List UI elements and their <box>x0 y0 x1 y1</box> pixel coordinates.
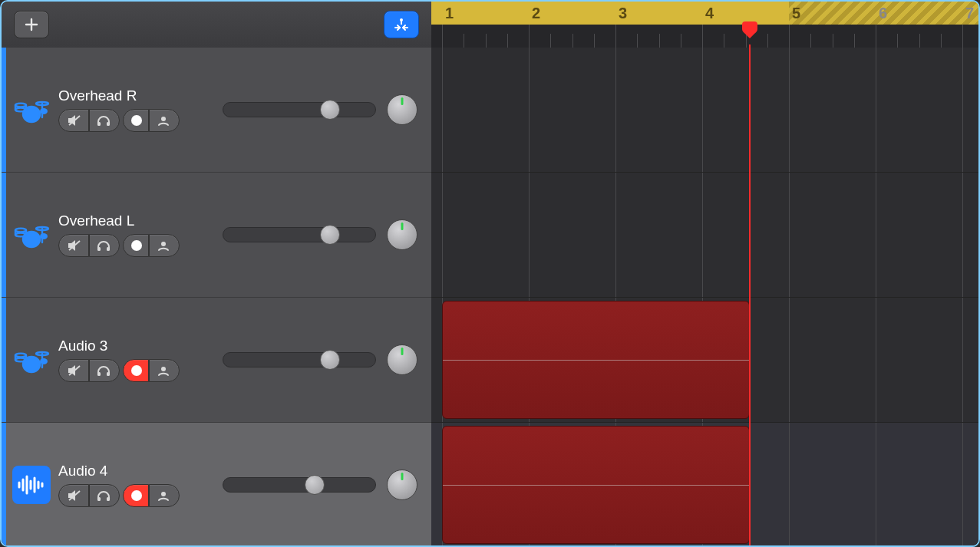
track-color-stripe <box>2 48 6 172</box>
timeline-ruler[interactable]: 1234567 <box>431 2 978 48</box>
tracks-toolbar <box>2 2 431 48</box>
track-buttons <box>58 234 223 257</box>
playhead-handle[interactable] <box>739 21 761 43</box>
waveform-icon[interactable] <box>12 466 51 504</box>
pan-knob[interactable] <box>387 219 417 250</box>
volume-thumb[interactable] <box>320 350 340 370</box>
record-dot-icon <box>131 490 142 501</box>
input-monitor-button[interactable] <box>149 359 180 382</box>
track-color-stripe <box>2 173 6 297</box>
record-dot-icon <box>131 115 142 126</box>
pan-knob[interactable] <box>387 94 417 125</box>
ruler-bar-number[interactable]: 1 <box>445 5 454 22</box>
svg-rect-39 <box>97 497 101 501</box>
playhead-icon <box>739 21 761 43</box>
volume-slider[interactable] <box>223 352 376 367</box>
svg-rect-40 <box>107 497 110 501</box>
record-enable-button[interactable] <box>123 359 149 382</box>
pan-knob[interactable] <box>387 470 417 500</box>
timeline-lane[interactable] <box>431 48 978 173</box>
track-color-stripe <box>2 298 6 422</box>
ruler-ticks <box>431 25 978 48</box>
track-header[interactable]: Audio 4 <box>2 423 431 547</box>
track-name-label[interactable]: Overhead L <box>58 213 223 229</box>
track-name-label[interactable]: Audio 4 <box>58 463 223 479</box>
volume-thumb[interactable] <box>320 100 340 120</box>
timeline-lane[interactable] <box>431 423 978 547</box>
track-buttons <box>58 109 223 132</box>
input-monitor-button[interactable] <box>149 109 180 132</box>
ruler-bar-number[interactable]: 6 <box>879 5 887 22</box>
audio-region[interactable] <box>442 301 750 419</box>
track-header[interactable]: Overhead R <box>2 48 431 173</box>
record-dot-icon <box>131 240 142 251</box>
track-header[interactable]: Overhead L <box>2 173 431 298</box>
record-enable-button[interactable] <box>123 109 149 132</box>
track-name-label[interactable]: Audio 3 <box>58 338 223 354</box>
volume-slider[interactable] <box>223 477 376 493</box>
drumkit-icon[interactable] <box>12 216 51 254</box>
volume-thumb[interactable] <box>320 225 340 245</box>
ruler-bar-numbers[interactable]: 1234567 <box>431 2 978 25</box>
svg-rect-9 <box>107 122 110 126</box>
drumkit-icon[interactable] <box>12 91 51 129</box>
solo-button[interactable] <box>89 359 120 382</box>
ruler-bar-number[interactable]: 2 <box>532 5 540 22</box>
volume-thumb[interactable] <box>305 475 325 495</box>
track-color-stripe <box>2 423 6 547</box>
record-dot-icon <box>131 365 142 376</box>
plus-icon <box>24 17 39 32</box>
solo-button[interactable] <box>89 484 120 507</box>
playhead-line <box>749 44 751 545</box>
track-buttons <box>58 359 223 382</box>
svg-rect-8 <box>97 122 101 126</box>
track-header-panel: Overhead R <box>2 48 431 545</box>
svg-point-16 <box>40 233 48 239</box>
mute-button[interactable] <box>58 484 89 507</box>
svg-point-10 <box>161 117 166 121</box>
svg-point-6 <box>40 108 48 114</box>
track-buttons <box>58 484 223 507</box>
input-monitor-button[interactable] <box>149 484 180 507</box>
catch-icon <box>393 17 410 32</box>
svg-point-26 <box>40 358 48 364</box>
mute-button[interactable] <box>58 234 89 257</box>
record-enable-button[interactable] <box>123 234 149 257</box>
input-monitor-button[interactable] <box>149 234 180 257</box>
ruler-bar-number[interactable]: 5 <box>792 5 800 22</box>
svg-point-30 <box>161 367 166 371</box>
svg-point-13 <box>15 229 26 232</box>
catch-playhead-button[interactable] <box>384 11 419 38</box>
mute-button[interactable] <box>58 109 89 132</box>
solo-button[interactable] <box>89 109 120 132</box>
svg-rect-29 <box>107 372 110 376</box>
volume-slider[interactable] <box>223 227 376 242</box>
waveform-baseline <box>443 360 749 361</box>
ruler-bar-number[interactable]: 4 <box>705 5 714 22</box>
drumkit-icon[interactable] <box>12 341 51 379</box>
svg-point-0 <box>400 18 403 21</box>
timeline-lane[interactable] <box>431 298 978 423</box>
svg-point-3 <box>15 104 26 107</box>
audio-region[interactable] <box>442 426 750 544</box>
ruler-bar-number[interactable]: 3 <box>619 5 627 22</box>
solo-button[interactable] <box>89 234 120 257</box>
svg-rect-28 <box>97 372 101 376</box>
track-name-label[interactable]: Overhead R <box>58 87 223 104</box>
timeline-area[interactable] <box>431 48 978 545</box>
svg-rect-18 <box>97 247 101 251</box>
add-track-button[interactable] <box>14 11 49 38</box>
volume-slider[interactable] <box>223 102 376 117</box>
app-window: 1234567 Overhead R <box>0 0 980 547</box>
track-header[interactable]: Audio 3 <box>2 298 431 423</box>
svg-point-41 <box>161 492 166 496</box>
svg-point-23 <box>15 354 26 358</box>
record-enable-button[interactable] <box>123 484 149 507</box>
timeline-lane[interactable] <box>431 173 978 298</box>
pan-knob[interactable] <box>387 344 417 375</box>
waveform-baseline <box>443 485 749 486</box>
svg-rect-19 <box>107 247 110 251</box>
ruler-bar-number[interactable]: 7 <box>965 5 974 22</box>
mute-button[interactable] <box>58 359 89 382</box>
svg-point-20 <box>161 242 166 246</box>
